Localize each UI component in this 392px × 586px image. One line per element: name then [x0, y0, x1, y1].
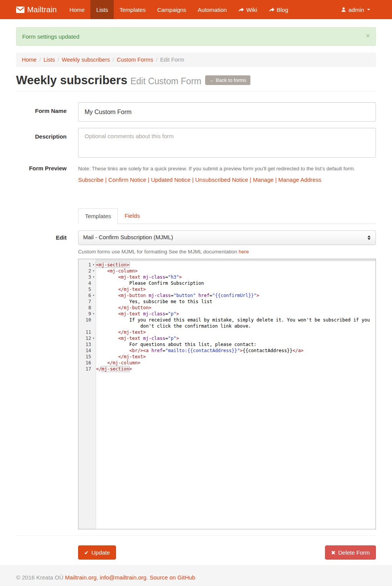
- mjml-docs-link[interactable]: here: [238, 249, 249, 255]
- share-icon: [269, 7, 274, 12]
- line-number: 8: [78, 305, 96, 311]
- tab-fields[interactable]: Fields: [118, 208, 146, 224]
- line-number: 6▾: [78, 292, 96, 299]
- link-separator: |: [191, 176, 195, 183]
- line-number: 14: [78, 348, 96, 354]
- code-line: 16 </mj-column>: [78, 360, 376, 366]
- preview-link[interactable]: Unsubscribed Notice: [195, 176, 248, 183]
- form-preview-label: Form Preview: [16, 165, 67, 171]
- form-name-input[interactable]: [78, 102, 376, 122]
- code-line: 13 For questions about this list, please…: [78, 341, 376, 348]
- user-menu[interactable]: admin: [335, 0, 376, 19]
- mailtrain-org-link[interactable]: Mailtrain.org: [65, 574, 97, 581]
- breadcrumb-list-name[interactable]: Weekly subscribers: [62, 57, 110, 63]
- code-line: 14 <br/><a href="mailto:{{contactAddress…: [78, 348, 376, 354]
- breadcrumb-separator: /: [110, 57, 117, 63]
- line-number: 2▾: [78, 268, 96, 274]
- link-separator: |: [146, 176, 151, 183]
- code-line: 1▾<mj-section>: [78, 262, 376, 268]
- brand-link[interactable]: Mailtrain: [16, 0, 64, 19]
- breadcrumb-home[interactable]: Home: [22, 57, 37, 63]
- line-number: 11: [78, 329, 96, 335]
- code-line: 3▾ <mj-text mj-class="h3">: [78, 274, 376, 280]
- preview-link[interactable]: Manage: [253, 176, 274, 183]
- envelope-icon: [16, 7, 24, 13]
- code-line: 15 </mj-text>: [78, 354, 376, 360]
- chevron-down-icon: [367, 9, 370, 10]
- breadcrumb-custom-forms[interactable]: Custom Forms: [117, 57, 153, 63]
- brand-name: Mailtrain: [27, 5, 57, 14]
- fold-arrow-icon[interactable]: ▾: [91, 268, 96, 274]
- tabs: Templates Fields: [78, 208, 376, 224]
- fold-arrow-icon[interactable]: ▾: [91, 274, 96, 280]
- nav-items: Home Lists Templates Campaigns Automatio…: [64, 0, 294, 19]
- line-number: 13: [78, 341, 96, 348]
- fold-arrow-icon[interactable]: ▾: [91, 311, 96, 317]
- code-line: 4 Please Confirm Subscription: [78, 280, 376, 286]
- code-lines: 1▾<mj-section>2▾ <mj-column>3▾ <mj-text …: [78, 261, 376, 372]
- fold-arrow-icon[interactable]: ▾: [91, 262, 96, 268]
- page-title: Weekly subscribers: [16, 73, 127, 87]
- code-line: 12▾ <mj-text mj-class="p">: [78, 335, 376, 341]
- breadcrumb-lists[interactable]: Lists: [44, 57, 55, 63]
- preview-link[interactable]: Confirm Notice: [108, 176, 146, 183]
- preview-link[interactable]: Updated Notice: [151, 176, 190, 183]
- template-select[interactable]: Mail - Confirm Subscription (MJML): [78, 230, 376, 245]
- link-separator: |: [248, 176, 253, 183]
- code-line: 7 Yes, subscribe me to this list: [78, 299, 376, 305]
- divider: [16, 535, 376, 536]
- alert-message: Form settings updated: [22, 33, 79, 40]
- delete-form-button[interactable]: ✖ Delete Form: [325, 545, 376, 560]
- line-number: 10: [78, 317, 96, 329]
- back-to-forms-button[interactable]: ← Back to forms: [205, 75, 250, 85]
- line-number: 7: [78, 299, 96, 305]
- fold-arrow-icon[interactable]: ▾: [91, 292, 96, 299]
- github-source-link[interactable]: Source on GitHub: [150, 574, 195, 581]
- fold-arrow-icon[interactable]: ▾: [91, 335, 96, 341]
- page-header: Weekly subscribersEdit Custom Form← Back…: [16, 73, 376, 91]
- preview-link[interactable]: Manage Address: [278, 176, 322, 183]
- code-editor[interactable]: 1▾<mj-section>2▾ <mj-column>3▾ <mj-text …: [78, 259, 376, 529]
- line-number: 3▾: [78, 274, 96, 280]
- navbar: Mailtrain Home Lists Templates Campaigns…: [0, 0, 392, 19]
- code-line: 8 </mj-button>: [78, 305, 376, 311]
- preview-note: Note: These links are solely for a quick…: [78, 165, 376, 171]
- email-link[interactable]: info@mailtrain.org: [100, 574, 147, 581]
- link-separator: |: [274, 176, 278, 183]
- mjml-help-text: Custom forms use MJML for formatting See…: [78, 249, 376, 255]
- edit-label: Edit: [16, 230, 67, 241]
- line-number: 9▾: [78, 311, 96, 317]
- code-line: 10 If you received this email by mistake…: [78, 317, 376, 329]
- nav-item-lists[interactable]: Lists: [90, 0, 114, 19]
- form-name-label: Form Name: [16, 102, 67, 114]
- page-subtitle: Edit Custom Form: [131, 76, 201, 86]
- code-line: 5 </mj-text>: [78, 286, 376, 292]
- nav-item-templates[interactable]: Templates: [114, 0, 151, 19]
- copyright-text: © 2016 Kreata OÜ: [16, 574, 65, 581]
- nav-item-blog[interactable]: Blog: [263, 0, 294, 19]
- line-number: 1▾: [78, 262, 96, 268]
- nav-item-wiki[interactable]: Wiki: [232, 0, 263, 19]
- action-buttons: ✔ Update ✖ Delete Form: [78, 545, 376, 560]
- line-number: 12▾: [78, 335, 96, 341]
- preview-links: Subscribe | Confirm Notice | Updated Not…: [78, 176, 376, 183]
- preview-link[interactable]: Subscribe: [78, 176, 104, 183]
- nav-item-campaigns[interactable]: Campaigns: [152, 0, 192, 19]
- breadcrumb-separator: /: [153, 57, 160, 63]
- description-textarea[interactable]: [78, 128, 376, 158]
- code-line: 9▾ <mj-text mj-class="p">: [78, 311, 376, 317]
- check-icon: ✔: [84, 550, 89, 556]
- tab-templates[interactable]: Templates: [78, 208, 118, 224]
- success-alert: Form settings updated ×: [16, 27, 376, 46]
- update-button[interactable]: ✔ Update: [78, 545, 116, 560]
- nav-item-automation[interactable]: Automation: [192, 0, 233, 19]
- code-line: 17</mj-section>: [78, 366, 376, 372]
- x-icon: ✖: [331, 550, 336, 556]
- code-line: 6▾ <mj-button mj-class="button" href="{{…: [78, 292, 376, 299]
- breadcrumb-separator: /: [37, 57, 44, 63]
- close-icon[interactable]: ×: [366, 33, 370, 40]
- user-icon: [341, 7, 346, 12]
- nav-item-home[interactable]: Home: [64, 0, 90, 19]
- breadcrumb-current: Edit Form: [160, 57, 184, 63]
- user-name: admin: [348, 7, 364, 13]
